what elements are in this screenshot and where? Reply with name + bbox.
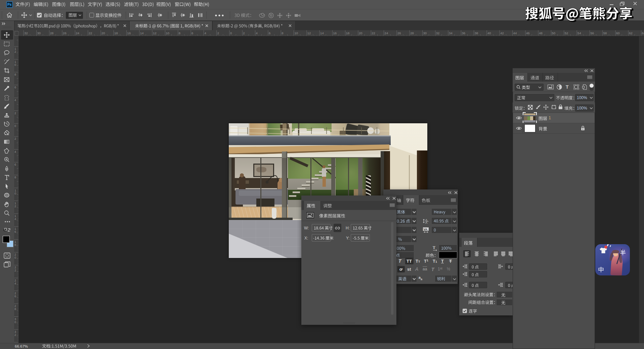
svg-text:24: 24 [385,31,388,35]
svg-text:18: 18 [346,31,350,35]
svg-text:6: 6 [14,163,16,166]
svg-text:16: 16 [127,31,131,35]
svg-text:2: 2 [243,31,245,35]
svg-text:32: 32 [436,31,440,35]
svg-text:24: 24 [76,31,79,35]
svg-text:40: 40 [487,31,491,35]
svg-text:38: 38 [475,31,478,35]
svg-text:22: 22 [372,31,375,35]
svg-text:26: 26 [63,31,67,35]
svg-text:52: 52 [565,31,568,35]
svg-text:6: 6 [14,230,16,233]
svg-text:46: 46 [526,31,530,35]
svg-text:8: 8 [179,31,180,35]
svg-text:8: 8 [14,73,16,76]
svg-text:14: 14 [140,31,144,35]
svg-text:6: 6 [191,31,193,35]
svg-text:4: 4 [14,98,16,102]
svg-text:8: 8 [14,176,16,179]
svg-text:6: 6 [269,31,270,35]
svg-text:2: 2 [14,137,16,140]
svg-text:48: 48 [539,31,543,35]
svg-text:28: 28 [410,31,414,35]
svg-text:0: 0 [14,320,16,324]
svg-text:12: 12 [307,31,311,35]
svg-text:4: 4 [256,31,258,35]
svg-text:44: 44 [513,31,517,35]
svg-text:60: 60 [616,31,620,35]
svg-text:0: 0 [230,31,232,35]
svg-text:36: 36 [462,31,465,35]
svg-text:34: 34 [449,31,453,35]
svg-text:4: 4 [14,282,16,285]
svg-text:50: 50 [552,31,556,35]
svg-text:0: 0 [14,256,16,259]
svg-text:20: 20 [101,31,105,35]
svg-text:12: 12 [153,31,157,35]
svg-text:62: 62 [629,31,633,35]
svg-text:14: 14 [320,31,324,35]
svg-text:0: 0 [14,192,16,195]
svg-text:18: 18 [114,31,118,35]
svg-text:42: 42 [500,31,504,35]
svg-text:32: 32 [24,31,28,35]
svg-text:2: 2 [14,50,16,53]
svg-text:6: 6 [14,86,16,89]
svg-text:8: 8 [14,307,16,311]
svg-text:26: 26 [397,31,401,35]
svg-text:2: 2 [217,31,219,35]
svg-text:4: 4 [14,150,16,154]
svg-text:6: 6 [14,295,16,298]
svg-text:30: 30 [423,31,427,35]
svg-text:VA: VA [424,228,428,231]
svg-text:54: 54 [577,31,581,35]
svg-text:T: T [433,245,435,250]
svg-text:28: 28 [50,31,54,35]
svg-text:2: 2 [14,269,16,272]
svg-text:2: 2 [14,205,16,208]
svg-text:0: 0 [14,124,16,128]
svg-text:58: 58 [603,31,607,35]
svg-text:4: 4 [204,31,206,35]
svg-text:2: 2 [14,333,16,337]
svg-text:30: 30 [37,31,41,35]
svg-text:16: 16 [333,31,337,35]
svg-text:8: 8 [14,243,16,247]
svg-text:2: 2 [14,112,16,115]
svg-text:56: 56 [590,31,594,35]
svg-text:8: 8 [282,31,283,35]
svg-text:64: 64 [642,31,644,35]
svg-text:22: 22 [89,31,92,35]
svg-text:10: 10 [166,31,170,35]
svg-text:20: 20 [359,31,362,35]
svg-text:10: 10 [295,31,298,35]
svg-text:0: 0 [14,63,16,67]
svg-text:4: 4 [14,217,16,221]
